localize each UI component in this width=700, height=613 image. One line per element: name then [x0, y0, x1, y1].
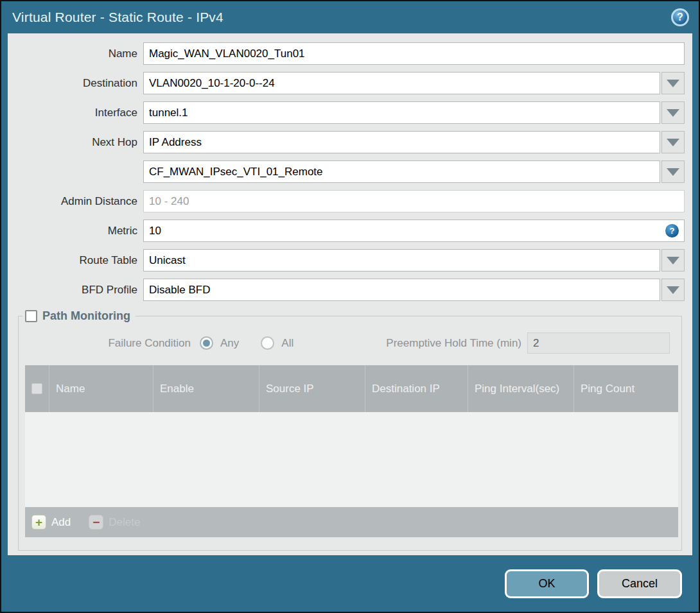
- next-hop-dropdown-button[interactable]: [661, 131, 685, 153]
- dialog-footer: OK Cancel: [1, 555, 699, 612]
- add-button[interactable]: + Add: [31, 515, 71, 530]
- row-metric: Metric ?: [15, 220, 685, 242]
- interface-label: Interface: [15, 107, 137, 119]
- path-monitoring-checkbox[interactable]: [25, 310, 37, 322]
- table-body-empty: [25, 412, 678, 507]
- next-hop-label: Next Hop: [15, 136, 137, 149]
- failure-condition-all-label: All: [281, 337, 293, 350]
- row-route-table: Route Table: [15, 249, 685, 272]
- name-label: Name: [15, 47, 137, 60]
- delete-button[interactable]: − Delete: [89, 515, 140, 530]
- bfd-profile-input[interactable]: [143, 279, 660, 301]
- destination-input[interactable]: [143, 72, 660, 94]
- route-table-label: Route Table: [15, 254, 137, 267]
- interface-input[interactable]: [143, 101, 660, 124]
- minus-icon: −: [89, 515, 103, 530]
- chevron-down-icon: [667, 80, 679, 87]
- metric-input[interactable]: [143, 220, 685, 242]
- path-monitoring-section: Path Monitoring Failure Condition Any Al…: [18, 309, 682, 551]
- delete-button-label: Delete: [109, 516, 140, 529]
- destination-dropdown-button[interactable]: [661, 72, 685, 94]
- failure-condition-all-radio[interactable]: [261, 336, 274, 350]
- form-panel: Name Destination Interface Next Hop: [8, 33, 692, 555]
- path-monitoring-title: Path Monitoring: [42, 309, 130, 323]
- row-next-hop: Next Hop: [15, 131, 685, 153]
- bfd-profile-label: BFD Profile: [15, 284, 137, 297]
- bfd-profile-dropdown-button[interactable]: [661, 279, 685, 301]
- table-header-row: Name Enable Source IP Destination IP Pin…: [25, 365, 678, 412]
- title-bar: Virtual Router - Static Route - IPv4 ?: [1, 1, 699, 33]
- path-monitoring-legend: Path Monitoring: [22, 309, 136, 323]
- table-toolbar: + Add − Delete: [25, 507, 678, 537]
- column-header-ping-interval[interactable]: Ping Interval(sec): [468, 365, 573, 412]
- column-header-enable[interactable]: Enable: [153, 365, 259, 412]
- select-all-cell: [25, 365, 49, 412]
- column-header-ping-count[interactable]: Ping Count: [573, 365, 678, 412]
- select-all-checkbox[interactable]: [31, 383, 42, 394]
- interface-dropdown-button[interactable]: [661, 101, 685, 124]
- add-button-label: Add: [51, 516, 71, 529]
- column-header-destination-ip[interactable]: Destination IP: [365, 365, 468, 412]
- static-route-dialog: Virtual Router - Static Route - IPv4 ? N…: [0, 0, 700, 613]
- info-question-icon[interactable]: ?: [665, 224, 679, 237]
- failure-condition-label: Failure Condition: [19, 337, 191, 350]
- row-name: Name: [15, 42, 685, 65]
- plus-icon: +: [31, 515, 46, 530]
- chevron-down-icon: [667, 257, 679, 264]
- route-table-dropdown-button[interactable]: [661, 249, 685, 272]
- column-header-name[interactable]: Name: [49, 365, 153, 412]
- path-monitoring-table: Name Enable Source IP Destination IP Pin…: [25, 365, 678, 537]
- metric-label: Metric: [15, 225, 137, 237]
- cancel-button[interactable]: Cancel: [597, 569, 682, 598]
- admin-distance-input[interactable]: [143, 190, 685, 212]
- preemptive-hold-time-input[interactable]: [527, 332, 670, 354]
- row-bfd-profile: BFD Profile: [15, 279, 685, 301]
- column-header-source-ip[interactable]: Source IP: [259, 365, 365, 412]
- destination-label: Destination: [15, 77, 137, 90]
- chevron-down-icon: [667, 139, 679, 146]
- path-monitoring-controls: Failure Condition Any All Preemptive Hol…: [19, 332, 678, 354]
- name-input[interactable]: [143, 42, 685, 65]
- row-admin-distance: Admin Distance: [15, 190, 685, 212]
- ok-button[interactable]: OK: [505, 569, 589, 598]
- failure-condition-any-label: Any: [220, 337, 239, 350]
- row-destination: Destination: [15, 72, 685, 94]
- row-interface: Interface: [15, 101, 685, 124]
- row-next-hop-address: [15, 160, 685, 183]
- failure-condition-any-radio[interactable]: [200, 336, 213, 350]
- dialog-title: Virtual Router - Static Route - IPv4: [12, 10, 223, 25]
- next-hop-type-input[interactable]: [143, 131, 660, 153]
- help-icon[interactable]: ?: [671, 8, 689, 26]
- chevron-down-icon: [667, 286, 679, 294]
- next-hop-address-input[interactable]: [143, 160, 660, 183]
- chevron-down-icon: [667, 168, 679, 176]
- next-hop-address-dropdown-button[interactable]: [661, 160, 685, 183]
- chevron-down-icon: [667, 109, 679, 117]
- admin-distance-label: Admin Distance: [15, 195, 137, 208]
- route-table-input[interactable]: [143, 249, 660, 272]
- preemptive-hold-time-label: Preemptive Hold Time (min): [386, 337, 521, 350]
